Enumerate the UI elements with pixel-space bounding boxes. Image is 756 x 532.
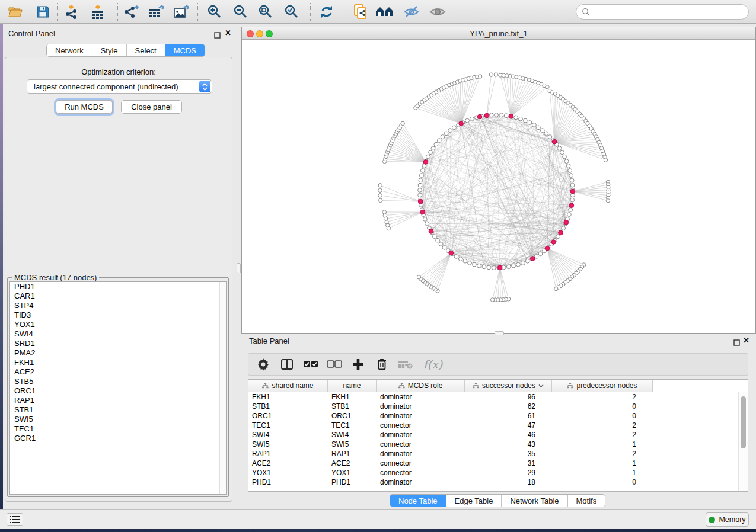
tab-mcds[interactable]: MCDS [165, 44, 205, 56]
tab-node-table[interactable]: Node Table [390, 495, 446, 507]
vertical-splitter-handle[interactable] [237, 263, 241, 273]
column-header-MCDS-role[interactable]: MCDS role [377, 380, 465, 392]
table-cell: dominator [377, 450, 465, 458]
mcds-result-item[interactable]: ORC1 [10, 386, 226, 396]
table-settings-gear-icon[interactable] [256, 357, 271, 372]
control-panel-close-icon[interactable]: ✕ [225, 30, 231, 36]
column-header-successor-nodes[interactable]: successor nodes [465, 380, 552, 392]
zoom-selected-icon[interactable] [281, 2, 302, 21]
run-mcds-button[interactable]: Run MCDS [56, 100, 113, 114]
table-cell: connector [377, 469, 465, 477]
mcds-result-item[interactable]: TID3 [10, 310, 226, 320]
open-file-icon[interactable] [5, 2, 26, 21]
export-image-icon[interactable] [170, 2, 192, 21]
mcds-result-item[interactable]: SWI4 [10, 329, 226, 339]
table-cell: 62 [465, 402, 552, 411]
import-table-icon[interactable] [87, 2, 109, 21]
table-row[interactable]: TEC1TEC1connector472 [248, 421, 738, 430]
save-session-icon[interactable] [32, 2, 53, 21]
network-canvas[interactable] [242, 40, 755, 333]
mcds-result-item[interactable]: SWI5 [10, 415, 226, 424]
mcds-result-item[interactable]: STB5 [10, 377, 226, 386]
first-neighbors-icon[interactable] [374, 2, 395, 21]
table-cell: FKH1 [248, 393, 328, 401]
mcds-result-item[interactable]: PHD1 [10, 282, 226, 291]
new-network-from-selection-icon[interactable] [350, 2, 371, 21]
table-scrollbar[interactable] [738, 392, 748, 492]
mcds-result-item[interactable]: GCR1 [10, 434, 226, 443]
search-input[interactable] [591, 6, 748, 18]
tab-network[interactable]: Network [47, 44, 92, 56]
list-icon [9, 515, 20, 524]
node-table: shared namenameMCDS rolesuccessor nodesp… [248, 379, 748, 492]
network-titlebar[interactable]: YPA_prune.txt_1 [242, 27, 755, 40]
task-history-button[interactable] [7, 513, 23, 526]
zoom-fit-icon[interactable] [255, 2, 276, 21]
table-row[interactable]: SWI5SWI5connector431 [248, 440, 738, 449]
table-scrollbar-thumb[interactable] [741, 396, 746, 448]
table-cell: dominator [377, 478, 465, 486]
import-network-icon[interactable] [61, 2, 82, 21]
delete-column-trash-icon[interactable] [374, 357, 390, 372]
column-header-label: successor nodes [482, 382, 535, 390]
mcds-result-list[interactable]: PHD1CAR1STP4TID3YOX1SWI4SRD1PMA2FKH1ACE2… [9, 281, 227, 495]
mcds-result-item[interactable]: STB1 [10, 405, 226, 415]
hide-selected-icon[interactable] [401, 2, 422, 21]
table-cell: 2 [552, 393, 653, 401]
deselect-all-checkboxes-icon[interactable] [327, 357, 342, 372]
mcds-result-item[interactable]: STP4 [10, 301, 226, 310]
table-row[interactable]: ACE2ACE2connector311 [248, 459, 738, 468]
table-row[interactable]: SWI4SWI4dominator462 [248, 430, 738, 440]
table-cell: 2 [552, 431, 653, 439]
tab-style[interactable]: Style [92, 44, 127, 56]
toolbar-separator [310, 3, 311, 21]
tab-motifs[interactable]: Motifs [568, 495, 605, 507]
table-row[interactable]: PHD1PHD1dominator180 [248, 477, 738, 487]
table-cell: YOX1 [328, 469, 377, 477]
table-cell: FKH1 [328, 393, 377, 401]
mcds-result-item[interactable]: SRD1 [10, 339, 226, 348]
table-cell: 35 [465, 450, 552, 458]
control-panel-float-icon[interactable] [214, 30, 221, 41]
mcds-list-scrollbar[interactable] [219, 282, 226, 494]
mcds-result-item[interactable]: PMA2 [10, 348, 226, 358]
show-all-icon[interactable] [427, 2, 448, 21]
tab-edge-table[interactable]: Edge Table [446, 495, 502, 507]
criterion-dropdown[interactable]: largest connected component (undirected) [27, 79, 212, 94]
mcds-result-item[interactable]: CAR1 [10, 291, 226, 301]
control-panel-title: Control Panel [8, 29, 55, 38]
column-header-shared-name[interactable]: shared name [248, 380, 328, 392]
horizontal-splitter-handle[interactable] [495, 331, 504, 335]
export-table-icon[interactable] [145, 2, 167, 21]
zoom-out-icon[interactable] [230, 2, 251, 21]
mcds-result-item[interactable]: YOX1 [10, 320, 226, 329]
tab-select[interactable]: Select [127, 44, 165, 56]
refresh-icon[interactable] [316, 2, 337, 21]
dropdown-stepper-icon [199, 81, 210, 92]
tab-network-table[interactable]: Network Table [502, 495, 567, 507]
mcds-result-item[interactable]: TEC1 [10, 424, 226, 434]
memory-button[interactable]: Memory [706, 512, 749, 527]
table-cell: dominator [377, 402, 465, 411]
table-row[interactable]: FKH1FKH1dominator962 [248, 392, 738, 402]
table-cell: SWI4 [248, 431, 328, 439]
table-cell: 29 [465, 469, 552, 477]
table-row[interactable]: ORC1ORC1dominator610 [248, 411, 738, 421]
table-row[interactable]: YOX1YOX1connector291 [248, 468, 738, 477]
mcds-result-item[interactable]: FKH1 [10, 358, 226, 367]
column-layout-icon[interactable] [279, 357, 295, 372]
export-network-icon[interactable] [120, 2, 142, 21]
search-field[interactable] [576, 4, 749, 20]
table-row[interactable]: STB1STB1dominator620 [248, 402, 738, 411]
table-row[interactable]: RAP1RAP1dominator352 [248, 449, 738, 459]
mcds-result-item[interactable]: ACE2 [10, 367, 226, 377]
column-header-predecessor-nodes[interactable]: predecessor nodes [552, 380, 653, 392]
mcds-result-item[interactable]: RAP1 [10, 396, 226, 405]
column-header-name[interactable]: name [328, 380, 377, 392]
zoom-in-icon[interactable] [204, 2, 225, 21]
table-panel-close-icon[interactable]: ✕ [743, 337, 749, 344]
table-panel-float-icon[interactable] [733, 338, 740, 348]
select-all-checkboxes-icon[interactable] [303, 357, 318, 372]
add-column-icon[interactable] [350, 357, 366, 372]
close-panel-button[interactable]: Close panel [121, 100, 182, 114]
